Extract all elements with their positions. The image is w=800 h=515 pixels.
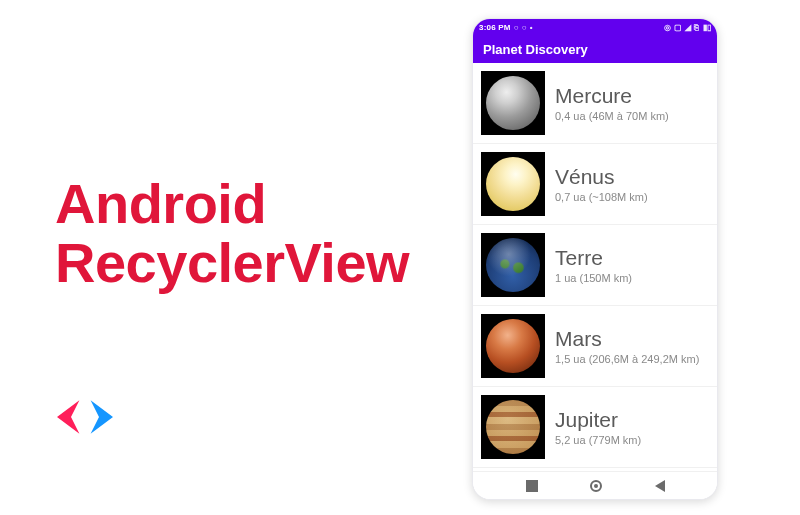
planet-thumbnail [481,233,545,297]
app-bar: Planet Discovery [473,35,717,63]
planet-name: Terre [555,246,709,269]
planet-icon [486,238,540,292]
android-nav-bar [473,471,717,499]
hero-title: Android RecyclerView [55,175,409,293]
network-icon: ⎘ [694,23,699,32]
list-item[interactable]: Mercure 0,4 ua (46M à 70M km) [473,63,717,144]
battery-icon: ▮▯ [703,23,711,32]
status-bar: 3:06 PM ○ ○ • ◎ ▢ ◢ ⎘ ▮▯ [473,19,717,35]
planet-thumbnail [481,314,545,378]
page-canvas: Android RecyclerView 3:06 PM ○ ○ • ◎ ▢ ◢… [0,0,800,515]
planet-name: Jupiter [555,408,709,431]
planet-thumbnail [481,71,545,135]
planet-icon [486,400,540,454]
planet-distance: 1,5 ua (206,6M à 249,2M km) [555,353,709,365]
status-right: ◎ ▢ ◢ ⎘ ▮▯ [664,23,711,32]
hero-line-1: Android [55,175,409,234]
brand-logo [50,395,120,439]
planet-name: Mercure [555,84,709,107]
planet-icon [486,319,540,373]
list-item[interactable]: Mars 1,5 ua (206,6M à 249,2M km) [473,306,717,387]
planet-distance: 5,2 ua (779M km) [555,434,709,446]
alarm-icon: ◎ [664,23,671,32]
signal-icon: ◢ [685,23,691,32]
list-item-text: Terre 1 ua (150M km) [555,246,709,284]
planet-distance: 0,4 ua (46M à 70M km) [555,110,709,122]
planet-icon [486,157,540,211]
planet-distance: 0,7 ua (~108M km) [555,191,709,203]
list-item[interactable]: Terre 1 ua (150M km) [473,225,717,306]
planet-list[interactable]: Mercure 0,4 ua (46M à 70M km) Vénus 0,7 … [473,63,717,471]
nav-home-icon[interactable] [590,480,602,492]
status-time: 3:06 PM [479,23,511,32]
status-left: 3:06 PM ○ ○ • [479,23,533,32]
planet-name: Mars [555,327,709,350]
planet-thumbnail [481,152,545,216]
list-item-text: Vénus 0,7 ua (~108M km) [555,165,709,203]
list-item-text: Jupiter 5,2 ua (779M km) [555,408,709,446]
list-item[interactable]: Jupiter 5,2 ua (779M km) [473,387,717,468]
list-item[interactable]: Vénus 0,7 ua (~108M km) [473,144,717,225]
app-title: Planet Discovery [483,42,588,57]
list-item-text: Mercure 0,4 ua (46M à 70M km) [555,84,709,122]
status-icon: • [530,23,533,32]
nav-recent-icon[interactable] [526,480,538,492]
planet-thumbnail [481,395,545,459]
hero-line-2: RecyclerView [55,234,409,293]
planet-name: Vénus [555,165,709,188]
status-icon: ○ [522,23,527,32]
nav-back-icon[interactable] [655,480,665,492]
planet-distance: 1 ua (150M km) [555,272,709,284]
phone-frame: 3:06 PM ○ ○ • ◎ ▢ ◢ ⎘ ▮▯ Planet Discover… [472,18,718,500]
sim-icon: ▢ [674,23,682,32]
planet-icon [486,76,540,130]
status-icon: ○ [514,23,519,32]
list-item-text: Mars 1,5 ua (206,6M à 249,2M km) [555,327,709,365]
